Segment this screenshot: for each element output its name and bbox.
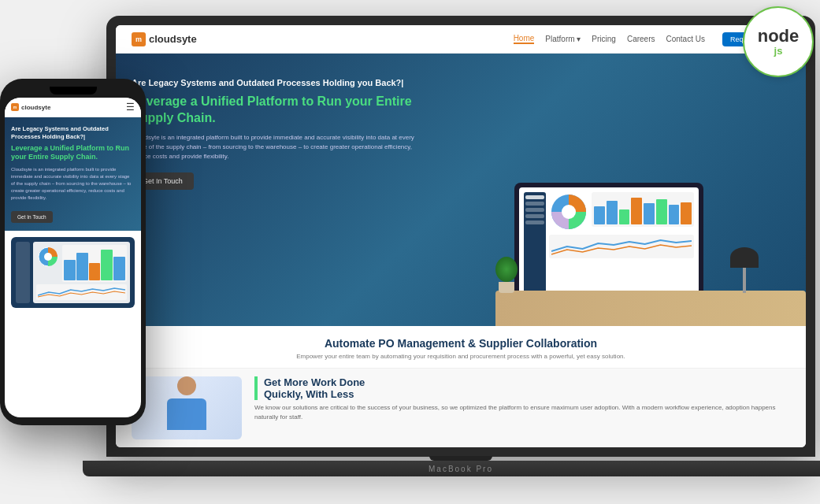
nav-logo-icon: m: [132, 32, 146, 46]
hero-section: Are Legacy Systems and Outdated Processe…: [116, 54, 806, 326]
laptop-lid-notch: [429, 456, 492, 461]
phone-frame: m cloudsyte ☰ Are Legacy Systems and Out…: [0, 79, 146, 425]
section-po: Automate PO Management & Supplier Collab…: [116, 326, 806, 369]
nav-link-careers[interactable]: Careers: [627, 35, 655, 43]
phone-charts-row: [36, 245, 127, 282]
phone-notch: [50, 87, 97, 94]
work-description: We know our solutions are critical to th…: [254, 403, 790, 422]
laptop-base: MacBook Pro: [83, 461, 820, 476]
phone-mockup: m cloudsyte ☰ Are Legacy Systems and Out…: [0, 79, 146, 425]
hamburger-icon[interactable]: ☰: [126, 102, 135, 113]
phone-logo-icon: m: [11, 103, 19, 111]
pie-chart: [549, 192, 588, 232]
work-content: Get More Work DoneQuickly, With Less We …: [254, 376, 790, 439]
dash-sidebar-item: [525, 202, 544, 206]
laptop-frame: m cloudsyte Home Platform ▾ Pricing Care…: [106, 16, 815, 457]
work-image: [132, 376, 242, 439]
plant: [495, 257, 518, 293]
website-content: m cloudsyte Home Platform ▾ Pricing Care…: [116, 25, 806, 447]
laptop-mockup: m cloudsyte Home Platform ▾ Pricing Care…: [106, 16, 815, 488]
laptop-screen: m cloudsyte Home Platform ▾ Pricing Care…: [116, 25, 806, 447]
phone-pie-chart: [36, 245, 60, 269]
dash-charts: [549, 192, 694, 232]
dash-sidebar-item: [525, 195, 544, 199]
phone-line-chart: [38, 286, 125, 298]
line-chart: [549, 235, 694, 258]
phone-hero: Are Legacy Systems and Outdated Processe…: [5, 117, 141, 231]
nodejs-badge: node js: [743, 6, 814, 77]
section-work: Get More Work DoneQuickly, With Less We …: [116, 369, 806, 447]
phone-dash-sidebar: [16, 242, 30, 303]
bar-item: [619, 209, 630, 224]
phone-dashboard-mockup: [11, 237, 135, 308]
svg-point-1: [44, 253, 52, 261]
desk-surface: [495, 291, 806, 326]
nav-link-contact[interactable]: Contact Us: [666, 35, 704, 43]
monitor-screen: [519, 187, 699, 306]
bar-item: [644, 203, 655, 224]
work-title-text: Get More Work DoneQuickly, With Less: [264, 376, 365, 400]
dash-sidebar-item: [525, 214, 544, 218]
phone-logo: m cloudsyte: [11, 103, 50, 111]
po-description: Empower your entire team by automating y…: [132, 353, 790, 360]
person-body: [167, 398, 206, 430]
phone-cta-button[interactable]: Get In Touch: [11, 211, 53, 223]
po-title: Automate PO Management & Supplier Collab…: [132, 337, 790, 350]
dashboard-mini: [524, 192, 694, 301]
dash-main: [549, 192, 694, 301]
bar-item: [607, 201, 618, 224]
bar-item: [656, 199, 667, 224]
bar-item: [594, 206, 605, 224]
nav-link-platform[interactable]: Platform ▾: [545, 35, 581, 43]
bar-chart: [592, 192, 694, 227]
phone-dash-main: [33, 242, 130, 303]
hero-content: Are Legacy Systems and Outdated Processe…: [132, 69, 428, 326]
nodejs-js-text: js: [774, 45, 783, 57]
svg-point-3: [562, 205, 576, 219]
work-title: Get More Work DoneQuickly, With Less: [254, 376, 790, 400]
bar-item: [681, 202, 692, 225]
laptop-label: MacBook Pro: [429, 465, 493, 473]
phone-logo-text: cloudsyte: [21, 104, 50, 111]
phone-nav: m cloudsyte ☰: [5, 98, 141, 117]
phone-hero-description: Cloudsyte is an integrated platform buil…: [11, 166, 135, 202]
person-figure: [159, 376, 214, 439]
hero-description: Cloudsyte is an integrated platform buil…: [132, 133, 428, 161]
hero-subheadline: Leverage a Unified Platform to Run your …: [132, 94, 428, 127]
bar-item: [631, 198, 642, 224]
phone-hero-subheadline: Leverage a Unified Platform to Run your …: [11, 144, 135, 162]
lamp: [730, 247, 759, 293]
nav-link-pricing[interactable]: Pricing: [592, 35, 616, 43]
dash-sidebar-item: [525, 208, 544, 212]
hero-headline: Are Legacy Systems and Outdated Processe…: [132, 77, 428, 89]
nodejs-logo-text: node: [758, 28, 800, 45]
bar-item: [669, 205, 680, 224]
nav-link-home[interactable]: Home: [514, 34, 535, 44]
nav-logo: m cloudsyte: [132, 32, 197, 46]
nav-logo-text: cloudsyte: [149, 33, 197, 45]
dash-sidebar-item: [525, 220, 544, 224]
phone-screen: m cloudsyte ☰ Are Legacy Systems and Out…: [5, 98, 141, 417]
dash-sidebar: [524, 192, 546, 301]
phone-hero-headline: Are Legacy Systems and Outdated Processe…: [11, 125, 135, 141]
person-head: [177, 376, 196, 395]
website-nav: m cloudsyte Home Platform ▾ Pricing Care…: [116, 25, 806, 54]
